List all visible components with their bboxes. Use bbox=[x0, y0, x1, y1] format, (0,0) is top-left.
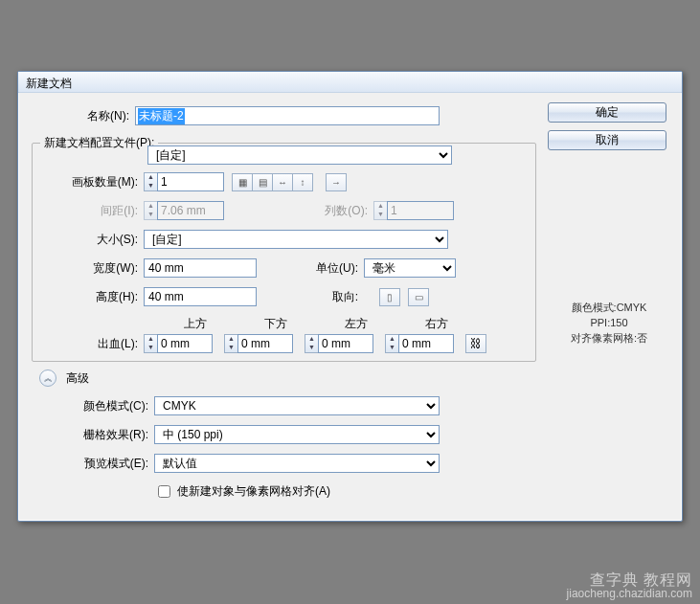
artboards-label: 画板数量(M): bbox=[40, 174, 144, 190]
layout-row-icon[interactable]: ↔ bbox=[272, 173, 293, 191]
layout-direction-icon[interactable]: → bbox=[326, 173, 347, 191]
height-label: 高度(H): bbox=[40, 289, 144, 305]
profile-legend: 新建文档配置文件(P): bbox=[40, 135, 158, 151]
width-input[interactable] bbox=[144, 258, 257, 278]
layout-grid-row-icon[interactable]: ▦ bbox=[232, 173, 253, 191]
bleed-top-spinner[interactable]: ▲▼ bbox=[144, 334, 213, 353]
spacing-spinner: ▲▼ bbox=[144, 201, 224, 220]
name-label: 名称(N): bbox=[32, 108, 135, 124]
ok-button[interactable]: 确定 bbox=[548, 102, 666, 123]
size-label: 大小(S): bbox=[40, 232, 144, 248]
artboards-spinner[interactable]: ▲▼ bbox=[144, 172, 224, 191]
align-pixel-label: 使新建对象与像素网格对齐(A) bbox=[177, 483, 330, 500]
preview-label: 预览模式(E): bbox=[32, 456, 154, 472]
align-pixel-checkbox[interactable] bbox=[158, 485, 170, 498]
spacing-label: 间距(I): bbox=[40, 203, 144, 219]
bleed-right-spinner[interactable]: ▲▼ bbox=[385, 334, 454, 353]
layout-col-icon[interactable]: ↕ bbox=[292, 173, 313, 191]
dialog-title: 新建文档 bbox=[18, 72, 682, 93]
profile-fieldset: 新建文档配置文件(P): [自定] 画板数量(M): ▲▼ ▦ ▤ bbox=[32, 135, 536, 362]
colormode-label: 颜色模式(C): bbox=[32, 398, 154, 414]
orientation-portrait-icon[interactable]: ▯ bbox=[379, 288, 400, 306]
layout-grid-col-icon[interactable]: ▤ bbox=[252, 173, 273, 191]
bleed-link-icon[interactable]: ⛓ bbox=[465, 334, 486, 353]
bleed-left-spinner[interactable]: ▲▼ bbox=[305, 334, 373, 353]
units-label: 单位(U): bbox=[289, 260, 364, 277]
advanced-toggle-icon[interactable]: ︽ bbox=[39, 369, 56, 387]
profile-select[interactable]: [自定] bbox=[147, 145, 452, 165]
orientation-landscape-icon[interactable]: ▭ bbox=[408, 288, 429, 306]
new-document-dialog: 新建文档 名称(N): 未标题-2 新建文档配置文件(P): [自定] 画板数量… bbox=[17, 71, 683, 522]
bleed-label: 出血(L): bbox=[40, 336, 144, 352]
info-panel: 颜色模式:CMYK PPI:150 对齐像素网格:否 bbox=[548, 300, 670, 346]
height-input[interactable] bbox=[144, 287, 257, 306]
artboard-layout-group: ▦ ▤ ↔ ↕ bbox=[232, 173, 312, 191]
width-label: 宽度(W): bbox=[40, 260, 144, 277]
orientation-label: 取向: bbox=[289, 289, 364, 305]
size-select[interactable]: [自定] bbox=[144, 230, 448, 249]
raster-label: 栅格效果(R): bbox=[32, 427, 154, 443]
watermark: 查字典 教程网 jiaocheng.chazidian.com bbox=[567, 573, 692, 600]
cancel-button[interactable]: 取消 bbox=[548, 130, 666, 150]
name-input[interactable]: 未标题-2 bbox=[135, 106, 440, 125]
bleed-bottom-spinner[interactable]: ▲▼ bbox=[224, 334, 293, 353]
cols-label: 列数(O): bbox=[299, 203, 373, 219]
cols-spinner: ▲▼ bbox=[373, 201, 454, 220]
bleed-headers: 上方 下方 左方 右方 bbox=[155, 316, 528, 332]
colormode-select[interactable]: CMYK bbox=[154, 396, 440, 415]
advanced-label: 高级 bbox=[66, 370, 89, 387]
raster-select[interactable]: 中 (150 ppi) bbox=[154, 425, 440, 444]
units-select[interactable]: 毫米 bbox=[364, 258, 456, 278]
preview-select[interactable]: 默认值 bbox=[154, 454, 440, 473]
